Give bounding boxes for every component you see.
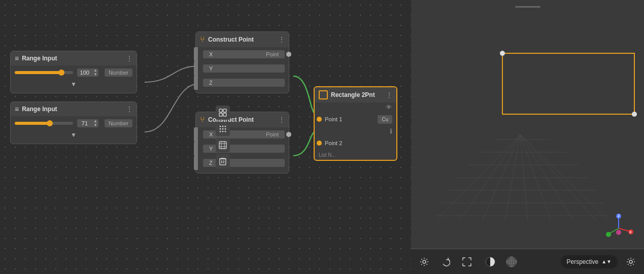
rectangle-header: Rectangle 2Pnt ⋮ (315, 87, 396, 102)
rect-socket-dot-1 (317, 117, 322, 122)
svg-point-50 (423, 260, 426, 263)
construct-socket-z-2: Z (196, 156, 289, 170)
svg-point-39 (500, 51, 505, 56)
svg-point-40 (632, 112, 637, 117)
nav-sphere-btn[interactable] (503, 254, 520, 270)
tool-grid-btn[interactable] (216, 106, 230, 120)
list-n-label: List N... (319, 152, 336, 158)
info-icon[interactable]: ℹ (390, 127, 392, 135)
construct-node-1: ⑂ Construct Point ⋮ X Point Y Z (195, 31, 289, 93)
socket-in-y-1[interactable] (194, 61, 198, 76)
delete-icon (219, 157, 226, 165)
tool-group-btn[interactable] (216, 138, 230, 152)
socket-z-label-1[interactable]: Z (203, 79, 285, 87)
construct-socket-x-2: X Point (196, 127, 289, 142)
expand-chevron-1: ▼ (71, 81, 77, 88)
svg-rect-1 (223, 109, 226, 112)
svg-point-6 (225, 126, 226, 127)
svg-rect-2 (219, 113, 222, 116)
range-expand-2[interactable]: ▼ (15, 129, 132, 141)
rectangle-menu[interactable]: ⋮ (386, 91, 392, 98)
num-val-2: 71 (77, 119, 92, 127)
rectangle-body: 👁 Point 1 Cu ℹ Point 2 List N... (315, 102, 396, 160)
range-body-2: 71 ▲ ▼ Number ▼ (11, 116, 137, 144)
rect-point1-row: Point 1 Cu (315, 112, 396, 126)
construct-socket-z-1: Z (196, 76, 289, 90)
socket-in-z-1[interactable] (194, 76, 198, 90)
display-mode-icon (485, 256, 496, 267)
rect-icon (319, 90, 328, 99)
socket-in-y-2[interactable] (194, 142, 198, 156)
num-arrows-2[interactable]: ▲ ▼ (92, 119, 98, 127)
fullscreen-icon (462, 257, 471, 266)
num-arrows-1[interactable]: ▲ ▼ (92, 68, 98, 77)
range-menu-btn-2[interactable]: ⋮ (126, 106, 132, 113)
range-expand-1[interactable]: ▼ (15, 79, 132, 90)
slider-thumb-1[interactable] (58, 70, 64, 76)
viewport-settings-btn[interactable] (416, 254, 432, 270)
num-label-2[interactable]: Number (105, 119, 132, 127)
viewport-area: Z X (411, 0, 644, 274)
svg-point-48 (606, 232, 611, 237)
svg-rect-3 (223, 113, 226, 116)
gear-icon (626, 257, 635, 266)
viewport-top-line (515, 6, 540, 8)
axes-widget: Z X (603, 213, 634, 244)
socket-y-label-1[interactable]: Y (203, 64, 285, 73)
output-dot-2 (286, 132, 291, 137)
svg-point-12 (225, 131, 226, 132)
range-node-1: ≡ Range Input ⋮ 100 ▲ ▼ Number ▼ (10, 51, 137, 93)
list-n-row: List N... (315, 150, 396, 160)
output-dot-1 (286, 52, 291, 57)
range-slider-row-1: 100 ▲ ▼ Number (15, 68, 132, 77)
construct-menu-2[interactable]: ⋮ (279, 116, 285, 123)
viewport-bottom-bar: Perspective ▲▼ (411, 249, 644, 274)
socket-in-x-1[interactable] (194, 47, 198, 61)
svg-point-7 (220, 128, 221, 130)
display-mode-btn[interactable] (482, 254, 498, 270)
nav-sphere-icon (505, 256, 518, 268)
refresh-icon (441, 257, 450, 266)
number-input-2[interactable]: 71 ▲ ▼ (77, 119, 98, 127)
perspective-label: Perspective (567, 258, 599, 265)
rect-socket-dot-2 (317, 141, 322, 146)
number-input-1[interactable]: 100 ▲ ▼ (77, 68, 98, 77)
range-node-2: ≡ Range Input ⋮ 71 ▲ ▼ Number ▼ (10, 101, 137, 144)
construct-menu-1[interactable]: ⋮ (279, 36, 285, 43)
svg-text:X: X (629, 230, 632, 234)
socket-in-z-2[interactable] (194, 156, 198, 170)
tool-dots-btn[interactable] (216, 122, 230, 136)
perspective-dropdown[interactable]: Perspective ▲▼ (561, 255, 618, 268)
svg-rect-18 (220, 159, 226, 165)
viewport-fullscreen-btn[interactable] (459, 254, 475, 270)
tool-delete-btn[interactable] (216, 154, 230, 168)
slider-thumb-2[interactable] (47, 120, 53, 126)
rect-point1-label: Point 1 (325, 116, 342, 122)
output-label-2: Point (266, 131, 279, 138)
construct-socket-y-2: Y (196, 142, 289, 156)
socket-in-x-2[interactable] (194, 127, 198, 142)
range-body-1: 100 ▲ ▼ Number ▼ (11, 65, 137, 93)
range-menu-btn-1[interactable]: ⋮ (126, 55, 132, 62)
construct-icon-2: ⑂ (200, 115, 205, 124)
svg-rect-13 (219, 142, 226, 149)
num-label-1[interactable]: Number (105, 68, 132, 77)
num-down-1[interactable]: ▼ (93, 73, 97, 77)
construct-socket-x-1: X Point (196, 47, 289, 61)
visibility-icon[interactable]: 👁 (386, 104, 392, 111)
svg-point-57 (629, 260, 632, 263)
viewport-refresh-btn[interactable] (437, 254, 454, 270)
construct-socket-y-1: Y (196, 61, 289, 76)
slider-track-1[interactable] (15, 71, 73, 74)
cu-button[interactable]: Cu (378, 115, 392, 124)
num-down-2[interactable]: ▼ (93, 123, 97, 127)
svg-point-11 (222, 131, 224, 132)
construct-node-2: ⑂ Construct Point ⋮ X Point Y Z (195, 112, 289, 174)
range-title-1: Range Input (22, 55, 123, 62)
range-node-2-header: ≡ Range Input ⋮ (11, 102, 137, 116)
num-val-1: 100 (77, 68, 92, 77)
range-icon-1: ≡ (15, 54, 19, 62)
slider-track-2[interactable] (15, 122, 73, 125)
construct-node-2-header: ⑂ Construct Point ⋮ (196, 112, 289, 127)
viewport-gear-btn[interactable] (623, 254, 639, 270)
